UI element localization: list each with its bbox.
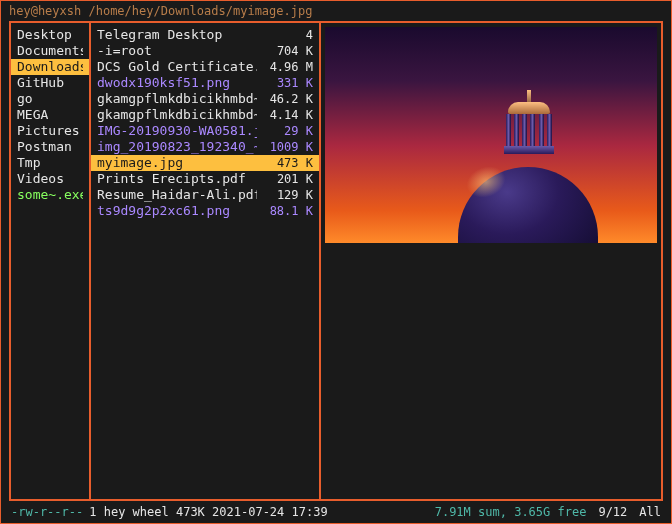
dir-item[interactable]: some~.exe — [11, 187, 89, 203]
dir-item[interactable]: go — [11, 91, 89, 107]
file-size: 4.96 M — [257, 59, 313, 75]
file-item[interactable]: Telegram Desktop4 — [91, 27, 319, 43]
dir-name: Videos — [17, 171, 83, 187]
file-item[interactable]: myimage.jpg473 K — [91, 155, 319, 171]
status-bar: -rw-r--r-- 1 hey wheel 473K 2021-07-24 1… — [1, 501, 671, 523]
file-name: ts9d9g2p2xc61.png — [97, 203, 257, 219]
panels: DesktopDocumentsDownloadsGitHubgoMEGAPic… — [9, 21, 663, 501]
image-preview — [325, 27, 657, 243]
file-item[interactable]: dwodx190ksf51.png331 K — [91, 75, 319, 91]
dir-name: Desktop — [17, 27, 83, 43]
file-name: IMG-20190930-WA0581.jpg — [97, 123, 257, 139]
file-item[interactable]: DCS Gold Certificate.pdf4.96 M — [91, 59, 319, 75]
disk-summary: 7.91M sum, 3.65G free — [435, 505, 587, 519]
file-info: 1 hey wheel 473K 2021-07-24 17:39 — [89, 505, 327, 519]
file-item[interactable]: ts9d9g2p2xc61.png88.1 K — [91, 203, 319, 219]
dir-name: go — [17, 91, 83, 107]
dir-name: Tmp — [17, 155, 83, 171]
dir-item[interactable]: GitHub — [11, 75, 89, 91]
file-item[interactable]: img_20190823_192340_~.jpg1009 K — [91, 139, 319, 155]
file-size: 331 K — [257, 75, 313, 91]
file-size: 46.2 K — [257, 91, 313, 107]
dir-name: Documents — [17, 43, 83, 59]
file-item[interactable]: Resume_Haidar-Ali.pdf129 K — [91, 187, 319, 203]
dir-item[interactable]: MEGA — [11, 107, 89, 123]
dir-item[interactable]: Downloads — [11, 59, 89, 75]
dome-illustration — [458, 87, 598, 243]
file-permissions: -rw-r--r-- — [11, 505, 83, 519]
file-name: gkamgpflmkdbicikhmbd~.csv — [97, 107, 257, 123]
file-item[interactable]: IMG-20190930-WA0581.jpg29 K — [91, 123, 319, 139]
file-size: 473 K — [257, 155, 313, 171]
file-name: Telegram Desktop — [97, 27, 257, 43]
file-item[interactable]: gkamgpflmkdbicikhmbd~.csv4.14 K — [91, 107, 319, 123]
file-item[interactable]: gkamgpflmkdbicikhmbd~.csv46.2 K — [91, 91, 319, 107]
titlebar-text: hey@heyxsh /home/hey/Downloads/myimage.j… — [9, 4, 312, 18]
file-size: 29 K — [257, 123, 313, 139]
file-name: Prints Erecipts.pdf — [97, 171, 257, 187]
dir-item[interactable]: Postman — [11, 139, 89, 155]
file-name: gkamgpflmkdbicikhmbd~.csv — [97, 91, 257, 107]
scroll-indicator: All — [639, 505, 661, 519]
file-size: 704 K — [257, 43, 313, 59]
file-manager-window: hey@heyxsh /home/hey/Downloads/myimage.j… — [0, 0, 672, 524]
file-name: dwodx190ksf51.png — [97, 75, 257, 91]
dir-item[interactable]: Tmp — [11, 155, 89, 171]
file-item[interactable]: Prints Erecipts.pdf201 K — [91, 171, 319, 187]
dir-item[interactable]: Videos — [11, 171, 89, 187]
file-size: 201 K — [257, 171, 313, 187]
position-indicator: 9/12 — [598, 505, 627, 519]
titlebar: hey@heyxsh /home/hey/Downloads/myimage.j… — [1, 1, 671, 21]
file-size: 88.1 K — [257, 203, 313, 219]
file-name: DCS Gold Certificate.pdf — [97, 59, 257, 75]
dir-name: Postman — [17, 139, 83, 155]
dir-item[interactable]: Pictures — [11, 123, 89, 139]
file-size: 4 — [257, 27, 313, 43]
file-name: img_20190823_192340_~.jpg — [97, 139, 257, 155]
file-size: 129 K — [257, 187, 313, 203]
dir-name: Downloads — [17, 59, 83, 75]
file-name: Resume_Haidar-Ali.pdf — [97, 187, 257, 203]
file-pane[interactable]: Telegram Desktop4-i=root704 KDCS Gold Ce… — [91, 23, 321, 499]
directory-pane[interactable]: DesktopDocumentsDownloadsGitHubgoMEGAPic… — [11, 23, 91, 499]
file-name: myimage.jpg — [97, 155, 257, 171]
file-item[interactable]: -i=root704 K — [91, 43, 319, 59]
dir-name: MEGA — [17, 107, 83, 123]
dir-name: some~.exe — [17, 187, 83, 203]
dir-name: Pictures — [17, 123, 83, 139]
file-size: 4.14 K — [257, 107, 313, 123]
file-size: 1009 K — [257, 139, 313, 155]
preview-pane — [321, 23, 661, 499]
file-name: -i=root — [97, 43, 257, 59]
dir-item[interactable]: Desktop — [11, 27, 89, 43]
dir-name: GitHub — [17, 75, 83, 91]
dir-item[interactable]: Documents — [11, 43, 89, 59]
